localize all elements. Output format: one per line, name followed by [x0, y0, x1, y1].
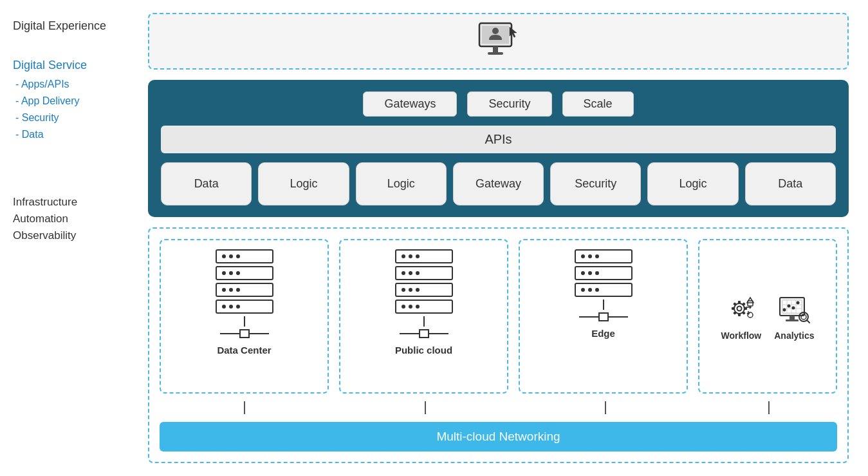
connector-3 — [521, 401, 690, 414]
connector-line-3 — [605, 401, 606, 414]
server-dot — [236, 254, 240, 258]
server-dot — [229, 271, 233, 275]
digital-service-sidebar-label: Digital Service — [13, 59, 129, 72]
svg-point-28 — [792, 307, 795, 310]
data-center-server-stack — [216, 249, 273, 338]
server-row-2 — [395, 266, 453, 280]
server-dot — [402, 288, 405, 292]
server-dot — [222, 254, 226, 258]
svg-rect-9 — [738, 313, 741, 316]
edge-server-stack — [575, 249, 633, 321]
server-row-4 — [216, 300, 273, 314]
tools-box: Workflow — [698, 239, 837, 394]
svg-line-34 — [807, 320, 809, 323]
server-base-box — [598, 312, 609, 321]
server-base-line-left — [400, 333, 419, 334]
server-dot — [402, 271, 405, 275]
apis-bar: APIs — [161, 126, 836, 153]
workflow-item: Workflow — [721, 294, 762, 341]
server-dot — [222, 288, 226, 292]
server-dot — [416, 305, 420, 309]
connector-line-1 — [244, 401, 245, 414]
svg-rect-31 — [786, 319, 799, 321]
svg-point-29 — [797, 301, 800, 305]
sidebar-item-app-delivery: - App Delivery — [13, 95, 129, 107]
server-dot — [595, 288, 599, 292]
infra-top-row: Data Center — [160, 239, 837, 394]
server-dot — [416, 271, 420, 275]
public-cloud-server-stack — [395, 249, 453, 338]
sidebar-item-infrastructure: Infrastructure — [13, 196, 129, 209]
analytics-label: Analytics — [774, 330, 814, 341]
server-row-3 — [575, 283, 633, 297]
server-base-line-right — [429, 333, 448, 334]
component-logic-1: Logic — [258, 162, 349, 205]
svg-marker-17 — [747, 298, 753, 303]
server-base-area — [579, 312, 628, 321]
server-dot — [595, 254, 599, 258]
svg-point-27 — [788, 305, 791, 308]
server-dot — [222, 271, 226, 275]
server-dot — [581, 254, 585, 258]
edge-box: Edge — [519, 239, 688, 394]
server-row-2 — [575, 266, 633, 280]
component-data-2: Data — [745, 162, 836, 205]
server-row-3 — [216, 283, 273, 297]
server-base-box — [419, 329, 429, 338]
server-row-1 — [395, 249, 453, 263]
infrastructure-box: Data Center — [148, 227, 849, 463]
gateways-pill: Gateways — [363, 91, 457, 117]
connector-line-4 — [768, 401, 770, 414]
server-base-line-right — [609, 316, 628, 318]
svg-rect-30 — [790, 316, 795, 319]
server-dot — [222, 305, 226, 309]
security-pill: Security — [467, 91, 551, 117]
server-base-box — [239, 329, 250, 338]
server-dot — [229, 288, 233, 292]
component-logic-2: Logic — [356, 162, 447, 205]
analytics-item: Analytics — [774, 294, 814, 341]
public-cloud-label: Public cloud — [395, 345, 452, 356]
svg-rect-10 — [732, 307, 735, 310]
workflow-icon — [725, 294, 757, 327]
infrastructure-sidebar-items: Infrastructure Automation Observability — [13, 196, 129, 242]
server-dot — [229, 254, 233, 258]
digital-experience-box — [148, 13, 849, 70]
component-logic-3: Logic — [647, 162, 738, 205]
server-dot — [236, 305, 240, 309]
workflow-label: Workflow — [721, 330, 762, 341]
server-base-line-right — [250, 333, 269, 334]
server-connector — [423, 316, 425, 327]
public-cloud-box: Public cloud — [339, 239, 508, 394]
multicloud-bar: Multi-cloud Networking — [160, 422, 837, 452]
server-dot — [409, 305, 412, 309]
sidebar: Digital Experience Digital Service - App… — [0, 0, 142, 476]
server-connector — [603, 300, 604, 310]
server-base-area — [220, 329, 269, 338]
main-content: Gateways Security Scale APIs Data Logic … — [142, 0, 868, 476]
svg-rect-8 — [738, 301, 741, 304]
server-row-2 — [216, 266, 273, 280]
server-dot — [236, 271, 240, 275]
digital-service-box: Gateways Security Scale APIs Data Logic … — [148, 80, 849, 217]
monitor-person-icon — [476, 22, 521, 61]
component-data-1: Data — [161, 162, 252, 205]
server-dot — [416, 254, 420, 258]
server-dot — [229, 305, 233, 309]
edge-label: Edge — [591, 328, 615, 339]
sidebar-item-automation: Automation — [13, 213, 129, 225]
server-dot — [402, 254, 405, 258]
server-dot — [409, 254, 412, 258]
analytics-icon — [778, 294, 810, 327]
connector-1 — [160, 401, 329, 414]
sidebar-item-data: - Data — [13, 129, 129, 140]
digital-experience-sidebar-label: Digital Experience — [13, 19, 129, 33]
server-dot — [588, 288, 592, 292]
connector-2 — [340, 401, 510, 414]
server-dot — [581, 288, 585, 292]
scale-pill: Scale — [562, 91, 634, 117]
server-row-4 — [395, 300, 453, 314]
components-row: Data Logic Logic Gateway Security Logic … — [161, 162, 836, 205]
tools-icons-row: Workflow — [721, 294, 815, 341]
sidebar-item-apps-apis: - Apps/APIs — [13, 79, 129, 90]
